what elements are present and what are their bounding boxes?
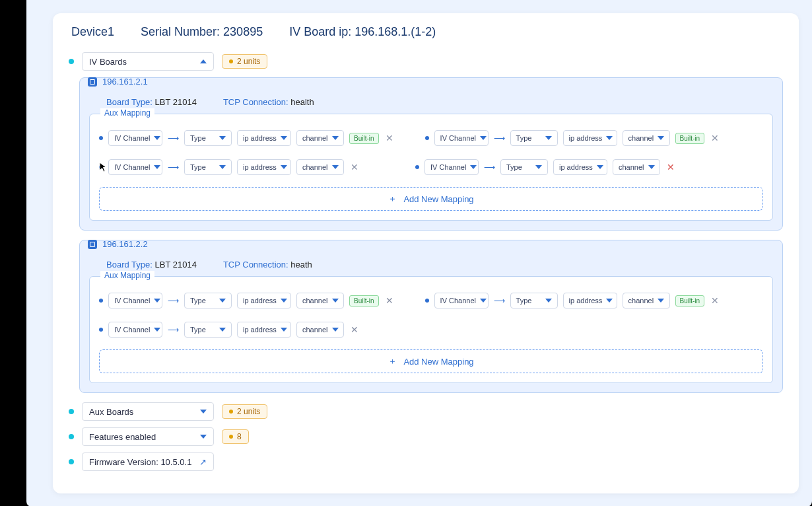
type-select[interactable]: Type (510, 293, 558, 308)
ip-address-select[interactable]: ip address (563, 293, 617, 308)
iv-channel-select[interactable]: IV Channel (108, 293, 162, 308)
aux-boards-label: Aux Boards (89, 407, 133, 417)
plus-icon: ＋ (388, 355, 397, 367)
channel-select[interactable]: channel (296, 130, 344, 146)
builtin-badge: Built-in (675, 295, 705, 307)
channel-select[interactable]: channel (296, 293, 344, 308)
remove-mapping-button[interactable]: ✕ (665, 162, 676, 172)
tcp-connection-2: TCP Connection: heath (223, 260, 312, 270)
type-select[interactable]: Type (184, 130, 232, 146)
mapping-row: IV Channel ⟶ Type ip address channel ✕ (99, 316, 763, 343)
link-icon: ⟶ (168, 133, 179, 143)
device-name: Device1 (71, 25, 114, 39)
section-indicator-icon (69, 459, 74, 464)
remove-mapping-button[interactable]: ✕ (384, 295, 395, 306)
add-new-mapping-button[interactable]: ＋ Add New Mapping (99, 349, 763, 373)
remove-mapping-button[interactable]: ✕ (710, 133, 720, 143)
section-indicator-icon (69, 434, 74, 439)
device-header: Device1 Serial Number: 230895 IV Board i… (69, 25, 783, 39)
plus-icon: ＋ (388, 193, 397, 205)
row-dot-icon (415, 165, 419, 169)
section-indicator-icon (69, 59, 74, 64)
iv-channel-select[interactable]: IV Channel (108, 130, 162, 146)
iv-board-ip: IV Board ip: 196.168.1.(1-2) (289, 25, 436, 39)
row-dot-icon (99, 136, 103, 140)
remove-mapping-button[interactable]: ✕ (349, 324, 360, 335)
board-ip-2: 196.161.2.2 (102, 239, 148, 249)
chevron-down-icon (200, 435, 207, 439)
firmware-value: 10.5.0.1 (160, 457, 191, 467)
firmware-label: Firmware Version: (89, 457, 158, 467)
type-select[interactable]: Type (184, 159, 232, 175)
link-icon: ⟶ (168, 163, 179, 172)
external-link-icon[interactable]: ↗ (199, 457, 207, 467)
board-type-1: Board Type: LBT 21014 (106, 97, 197, 107)
channel-select[interactable]: channel (623, 130, 670, 146)
type-select[interactable]: Type (500, 159, 548, 175)
cursor-icon (99, 162, 110, 172)
iv-channel-select[interactable]: IV Channel (108, 159, 162, 175)
link-icon: ⟶ (484, 163, 495, 172)
row-dot-icon (99, 328, 103, 332)
ip-address-select[interactable]: ip address (237, 293, 291, 308)
link-icon: ⟶ (494, 133, 505, 143)
aux-mapping-box-2: Aux Mapping IV Channel ⟶ Type ip address… (89, 276, 773, 383)
board-ip-1: 196.161.2.1 (102, 77, 148, 87)
board-panel-2: 196.161.2.2 Board Type: LBT 21014 TCP Co… (79, 240, 783, 393)
remove-mapping-button[interactable]: ✕ (710, 295, 720, 306)
iv-channel-select[interactable]: IV Channel (424, 159, 479, 175)
row-dot-icon (425, 136, 429, 140)
aux-mapping-legend: Aux Mapping (100, 108, 154, 118)
add-new-mapping-button[interactable]: ＋ Add New Mapping (99, 187, 763, 211)
board-chip-icon (88, 240, 97, 249)
link-icon: ⟶ (168, 325, 179, 334)
remove-mapping-button[interactable]: ✕ (384, 133, 395, 143)
channel-select[interactable]: channel (296, 159, 344, 175)
section-indicator-icon (69, 409, 74, 414)
features-enabled-select[interactable]: Features enabled (82, 427, 214, 446)
iv-boards-count-badge: 2 units (222, 54, 267, 69)
aux-mapping-box-1: Aux Mapping IV Channel ⟶ Type ip address… (89, 114, 773, 221)
type-select[interactable]: Type (184, 322, 232, 338)
iv-channel-select[interactable]: IV Channel (434, 130, 489, 146)
ip-address-select[interactable]: ip address (237, 159, 291, 175)
builtin-badge: Built-in (349, 133, 379, 144)
features-label: Features enabled (89, 432, 156, 442)
serial-number: Serial Number: 230895 (141, 25, 263, 39)
remove-mapping-button[interactable]: ✕ (349, 162, 360, 172)
channel-select[interactable]: channel (296, 322, 344, 338)
link-icon: ⟶ (168, 296, 179, 305)
board-type-2: Board Type: LBT 21014 (106, 260, 197, 270)
builtin-badge: Built-in (349, 295, 379, 307)
ip-address-select[interactable]: ip address (237, 322, 291, 338)
chevron-up-icon (200, 59, 207, 63)
chevron-down-icon (200, 410, 207, 414)
ip-address-select[interactable]: ip address (563, 130, 617, 146)
board-chip-icon (88, 77, 97, 87)
iv-boards-select[interactable]: IV Boards (82, 52, 214, 71)
mapping-row: IV Channel ⟶ Type ip address channel Bui… (99, 287, 763, 314)
link-icon: ⟶ (494, 296, 505, 305)
mapping-row: IV Channel ⟶ Type ip address channel ✕ I… (99, 154, 763, 180)
type-select[interactable]: Type (184, 293, 232, 308)
aux-mapping-legend: Aux Mapping (100, 271, 154, 280)
iv-channel-select[interactable]: IV Channel (108, 322, 162, 338)
device-card: Device1 Serial Number: 230895 IV Board i… (53, 13, 799, 493)
board-panel-1: 196.161.2.1 Board Type: LBT 21014 TCP Co… (79, 77, 783, 231)
features-count-badge: 8 (222, 429, 249, 444)
ip-address-select[interactable]: ip address (237, 130, 291, 146)
ip-address-select[interactable]: ip address (553, 159, 607, 175)
channel-select[interactable]: channel (613, 159, 660, 175)
row-dot-icon (99, 299, 103, 303)
type-select[interactable]: Type (510, 130, 558, 146)
row-dot-icon (425, 299, 429, 303)
tcp-connection-1: TCP Connection: health (223, 97, 314, 107)
iv-boards-label: IV Boards (89, 57, 127, 67)
channel-select[interactable]: channel (623, 293, 670, 308)
iv-channel-select[interactable]: IV Channel (434, 293, 489, 308)
aux-boards-count-badge: 2 units (222, 404, 267, 419)
mapping-row: IV Channel ⟶ Type ip address channel Bui… (99, 125, 763, 151)
firmware-version-field: Firmware Version: 10.5.0.1 ↗ (82, 452, 214, 471)
aux-boards-select[interactable]: Aux Boards (82, 402, 214, 421)
builtin-badge: Built-in (675, 133, 705, 144)
